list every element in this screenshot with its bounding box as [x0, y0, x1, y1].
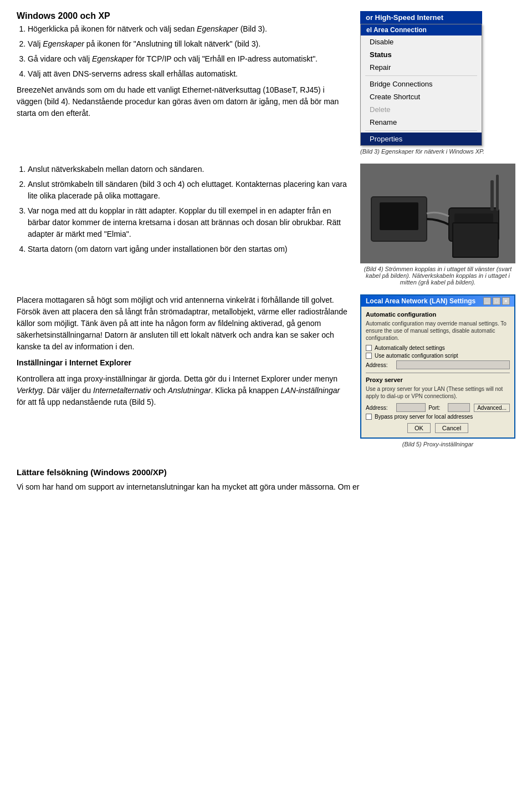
bild4-caption: (Bild 4) Strömmen kopplas in i uttaget t… — [360, 266, 515, 286]
step-text: Gå vidare och välj Egenskaper för TCP/IP… — [28, 54, 318, 63]
bild3-caption: (Bild 3) Egenskaper för nätverk i Window… — [360, 148, 484, 155]
lan-proxy-heading: Proxy server — [366, 376, 510, 383]
lan-cancel-btn[interactable]: Cancel — [435, 423, 468, 433]
minimize-icon[interactable]: _ — [483, 297, 491, 305]
lattare-heading: Lättare felsökning (Windows 2000/XP) — [17, 467, 515, 477]
placera-left: Placera mottagaren så högt som möjligt o… — [17, 294, 349, 413]
hardware-right: (Bild 4) Strömmen kopplas in i uttaget t… — [360, 164, 515, 286]
svg-rect-5 — [490, 180, 494, 211]
lan-checkbox-row-1: Automatically detect settings — [366, 345, 510, 351]
list-item: Välj att även DNS-serverns adress skall … — [28, 68, 349, 80]
intro-steps-list: Högerklicka på ikonen för nätverk och vä… — [28, 23, 349, 80]
auto-script-checkbox[interactable] — [366, 353, 372, 359]
lan-proxy-address-row: Address: Port: Advanced... — [366, 403, 510, 412]
lan-dialog-title-bar: Local Area Network (LAN) Settings _ □ × — [361, 296, 514, 307]
auto-detect-label: Automatically detect settings — [375, 345, 445, 351]
list-item: Högerklicka på ikonen för nätverk och vä… — [28, 23, 349, 35]
step-text: Var noga med att du kopplar in rätt adap… — [28, 206, 341, 238]
menu-item-repair[interactable]: Repair — [361, 61, 482, 74]
auto-script-label: Use automatic configuration script — [375, 353, 458, 359]
list-item: Gå vidare och välj Egenskaper för TCP/IP… — [28, 53, 349, 65]
installs-heading-para: Inställningar i Internet Explorer — [17, 357, 349, 369]
lan-separator — [366, 373, 510, 373]
svg-rect-3 — [449, 208, 499, 241]
step-text: Välj att även DNS-serverns adress skall … — [28, 69, 238, 78]
page-content: Windows 2000 och XP Högerklicka på ikone… — [17, 11, 515, 497]
step-text: Anslut strömkabeln till sändaren (bild 3… — [28, 180, 347, 200]
context-menu-header-text: or High-Speed Internet — [366, 13, 443, 22]
lan-checkbox-row-2: Use automatic configuration script — [366, 353, 510, 359]
top-left: Windows 2000 och XP Högerklicka på ikone… — [17, 11, 349, 124]
placera-paragraph: Placera mottagaren så högt som möjligt o… — [17, 294, 349, 353]
installs-paragraph: Kontrollera att inga proxy-inställningar… — [17, 373, 349, 408]
lan-address-label: Address: — [366, 362, 393, 368]
bild4-photo — [360, 164, 515, 263]
lan-port-input[interactable] — [448, 403, 470, 412]
lattare-paragraph: Vi som har hand om support av internetan… — [17, 481, 515, 493]
connection-label: el Area Connection — [361, 24, 482, 35]
close-icon[interactable]: × — [502, 297, 510, 305]
context-menu: el Area Connection Disable Status Repair… — [360, 24, 482, 146]
context-menu-header: or High-Speed Internet — [360, 11, 482, 24]
lan-dialog-title-text: Local Area Network (LAN) Settings — [366, 297, 475, 305]
menu-item-delete[interactable]: Delete — [361, 103, 482, 116]
svg-rect-4 — [454, 213, 493, 236]
photo-svg — [360, 164, 515, 263]
menu-separator-1 — [365, 75, 477, 76]
lan-buttons: OK Cancel — [366, 423, 510, 433]
bypass-label: Bypass proxy server for local addresses — [375, 414, 473, 420]
lan-proxy-desc: Use a proxy server for your LAN (These s… — [366, 385, 510, 400]
main-heading: Windows 2000 och XP — [17, 11, 349, 21]
menu-item-status[interactable]: Status — [361, 48, 482, 61]
placera-right: Local Area Network (LAN) Settings _ □ × … — [360, 294, 515, 447]
step-text: Starta datorn (om datorn vart igång unde… — [28, 245, 287, 253]
list-item: Anslut nätverkskabeln mellan datorn och … — [28, 164, 349, 175]
breezenet-paragraph: BreezeNet används som om du hade ett van… — [17, 84, 349, 119]
lan-title-buttons: _ □ × — [483, 297, 510, 305]
list-item: Var noga med att du kopplar in rätt adap… — [28, 205, 349, 240]
bild4-caption-text: (Bild 4) Strömmen kopplas in i uttaget t… — [364, 266, 512, 286]
menu-item-shortcut[interactable]: Create Shortcut — [361, 90, 482, 103]
menu-separator-2 — [365, 130, 477, 131]
hardware-steps-list: Anslut nätverkskabeln mellan datorn och … — [28, 164, 349, 255]
lan-proxy-input[interactable] — [396, 403, 426, 412]
lan-address-row: Address: — [366, 360, 510, 369]
bild5-caption: (Bild 5) Proxy-inställningar — [360, 441, 515, 447]
top-right: or High-Speed Internet el Area Connectio… — [360, 11, 515, 155]
list-item: Välj Egenskaper på ikonen för "Anslutnin… — [28, 38, 349, 50]
lan-dialog-body: Automatic configuration Automatic config… — [361, 307, 514, 437]
lan-bypass-row: Bypass proxy server for local addresses — [366, 414, 510, 420]
lan-proxy-address-label: Address: — [366, 405, 393, 411]
list-item: Starta datorn (om datorn vart igång unde… — [28, 243, 349, 255]
installs-heading: Inställningar i Internet Explorer — [17, 358, 131, 367]
bypass-checkbox[interactable] — [366, 414, 372, 420]
lan-advanced-btn[interactable]: Advanced... — [474, 404, 510, 412]
svg-rect-2 — [380, 202, 418, 230]
lan-auto-config-desc: Automatic configuration may override man… — [366, 320, 510, 342]
menu-item-rename[interactable]: Rename — [361, 116, 482, 129]
lan-address-input[interactable] — [396, 360, 510, 369]
svg-rect-6 — [496, 175, 499, 211]
top-section: Windows 2000 och XP Högerklicka på ikone… — [17, 11, 515, 155]
lan-ok-btn[interactable]: OK — [407, 423, 431, 433]
menu-item-properties[interactable]: Properties — [361, 133, 482, 145]
list-item: Anslut strömkabeln till sändaren (bild 3… — [28, 179, 349, 202]
bottom-section: Lättare felsökning (Windows 2000/XP) Vi … — [17, 467, 515, 497]
menu-item-bridge[interactable]: Bridge Connections — [361, 78, 482, 90]
menu-item-disable[interactable]: Disable — [361, 35, 482, 48]
context-menu-wrapper: or High-Speed Internet el Area Connectio… — [360, 11, 515, 155]
lan-dialog: Local Area Network (LAN) Settings _ □ × … — [360, 294, 515, 439]
step-text: Högerklicka på ikonen för nätverk och vä… — [28, 24, 267, 33]
step-text: Välj Egenskaper på ikonen för "Anslutnin… — [28, 39, 260, 48]
placera-section: Placera mottagaren så högt som möjligt o… — [17, 294, 515, 447]
hardware-left: Anslut nätverkskabeln mellan datorn och … — [17, 164, 349, 260]
maximize-icon[interactable]: □ — [493, 297, 500, 305]
lan-auto-config-heading: Automatic configuration — [366, 311, 510, 318]
hardware-section: Anslut nätverkskabeln mellan datorn och … — [17, 164, 515, 286]
step-text: Anslut nätverkskabeln mellan datorn och … — [28, 165, 204, 174]
auto-detect-checkbox[interactable] — [366, 345, 372, 351]
lan-port-label: Port: — [428, 405, 445, 411]
